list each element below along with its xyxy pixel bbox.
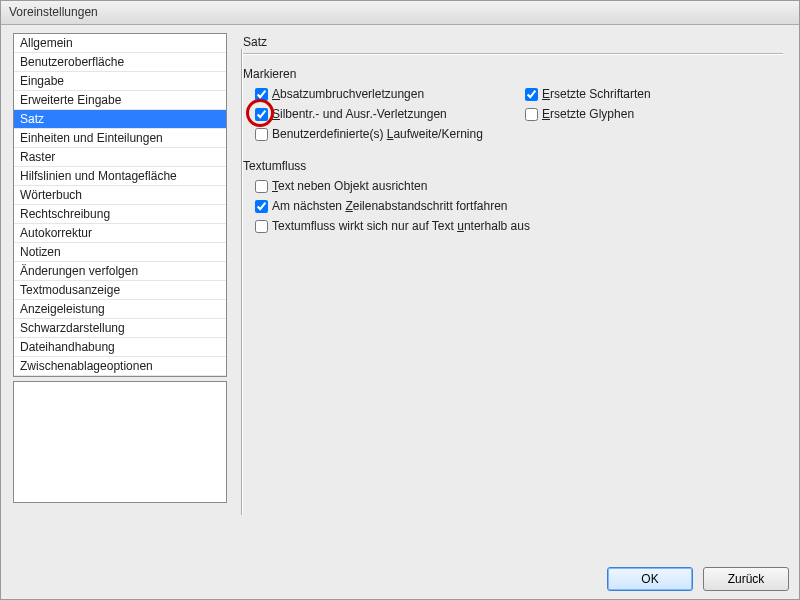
sidebar-item[interactable]: Benutzeroberfläche xyxy=(14,53,226,72)
highlight-option-row[interactable]: Absatzumbruchverletzungen xyxy=(255,87,515,101)
textwrap-option-row[interactable]: Am nächsten Zeilenabstandschritt fortfah… xyxy=(255,199,783,213)
sidebar-item[interactable]: Änderungen verfolgen xyxy=(14,262,226,281)
textwrap-option-row[interactable]: Textumfluss wirkt sich nur auf Text unte… xyxy=(255,219,783,233)
highlight-option-row[interactable]: Benutzerdefinierte(s) Laufweite/Kerning xyxy=(255,127,515,141)
textwrap-option-label: Text neben Objekt ausrichten xyxy=(272,179,427,193)
textwrap-option-label: Textumfluss wirkt sich nur auf Text unte… xyxy=(272,219,530,233)
group-highlight-legend: Markieren xyxy=(243,67,296,81)
titlebar: Voreinstellungen xyxy=(1,1,799,25)
sidebar-item[interactable]: Eingabe xyxy=(14,72,226,91)
sidebar-item[interactable]: Schwarzdarstellung xyxy=(14,319,226,338)
highlight-option-row[interactable]: Ersetzte Glyphen xyxy=(525,107,745,121)
highlight-option-checkbox[interactable] xyxy=(255,88,268,101)
highlight-option-label: Absatzumbruchverletzungen xyxy=(272,87,424,101)
preferences-window: Voreinstellungen AllgemeinBenutzeroberfl… xyxy=(0,0,800,600)
highlight-option-label: Silbentr.- und Ausr.-Verletzungen xyxy=(272,107,447,121)
back-button[interactable]: Zurück xyxy=(703,567,789,591)
highlight-option-label: Ersetzte Schriftarten xyxy=(542,87,651,101)
sidebar-item[interactable]: Allgemein xyxy=(14,34,226,53)
sidebar-secondary-box xyxy=(13,381,227,503)
ok-button[interactable]: OK xyxy=(607,567,693,591)
sidebar-item[interactable]: Einheiten und Einteilungen xyxy=(14,129,226,148)
sidebar-item[interactable]: Raster xyxy=(14,148,226,167)
highlight-option-checkbox[interactable] xyxy=(525,88,538,101)
sidebar-item[interactable]: Rechtschreibung xyxy=(14,205,226,224)
window-body: AllgemeinBenutzeroberflächeEingabeErweit… xyxy=(1,25,799,559)
group-textwrap: Textumfluss Text neben Objekt ausrichten… xyxy=(243,159,783,233)
highlight-option-checkbox[interactable] xyxy=(255,128,268,141)
group-textwrap-legend: Textumfluss xyxy=(243,159,306,173)
footer: OK Zurück xyxy=(1,559,799,599)
textwrap-option-label: Am nächsten Zeilenabstandschritt fortfah… xyxy=(272,199,507,213)
sidebar-item[interactable]: Erweiterte Eingabe xyxy=(14,91,226,110)
highlight-option-checkbox[interactable] xyxy=(525,108,538,121)
panel-title: Satz xyxy=(243,35,783,49)
sidebar-item[interactable]: Notizen xyxy=(14,243,226,262)
sidebar-item[interactable]: Autokorrektur xyxy=(14,224,226,243)
window-title: Voreinstellungen xyxy=(9,5,98,19)
category-list[interactable]: AllgemeinBenutzeroberflächeEingabeErweit… xyxy=(13,33,227,377)
sidebar-item[interactable]: Satz xyxy=(14,110,226,129)
sidebar-item[interactable]: Dateihandhabung xyxy=(14,338,226,357)
sidebar-item[interactable]: Textmodusanzeige xyxy=(14,281,226,300)
textwrap-option-row[interactable]: Text neben Objekt ausrichten xyxy=(255,179,783,193)
textwrap-option-checkbox[interactable] xyxy=(255,200,268,213)
highlight-option-checkbox[interactable] xyxy=(255,108,268,121)
textwrap-option-checkbox[interactable] xyxy=(255,220,268,233)
textwrap-option-checkbox[interactable] xyxy=(255,180,268,193)
sidebar-item[interactable]: Hilfslinien und Montagefläche xyxy=(14,167,226,186)
sidebar-item[interactable]: Zwischenablageoptionen xyxy=(14,357,226,376)
sidebar-item[interactable]: Wörterbuch xyxy=(14,186,226,205)
highlight-option-label: Benutzerdefinierte(s) Laufweite/Kerning xyxy=(272,127,483,141)
highlight-option-label: Ersetzte Glyphen xyxy=(542,107,634,121)
horizontal-rule xyxy=(243,53,783,55)
sidebar-item[interactable]: Anzeigeleistung xyxy=(14,300,226,319)
content-panel: Satz Markieren Absatzumbruchverletzungen… xyxy=(227,25,799,559)
group-highlight: Markieren AbsatzumbruchverletzungenErset… xyxy=(243,67,783,141)
highlight-option-row[interactable]: Silbentr.- und Ausr.-Verletzungen xyxy=(255,107,515,121)
sidebar: AllgemeinBenutzeroberflächeEingabeErweit… xyxy=(1,25,227,559)
highlight-option-row[interactable]: Ersetzte Schriftarten xyxy=(525,87,745,101)
